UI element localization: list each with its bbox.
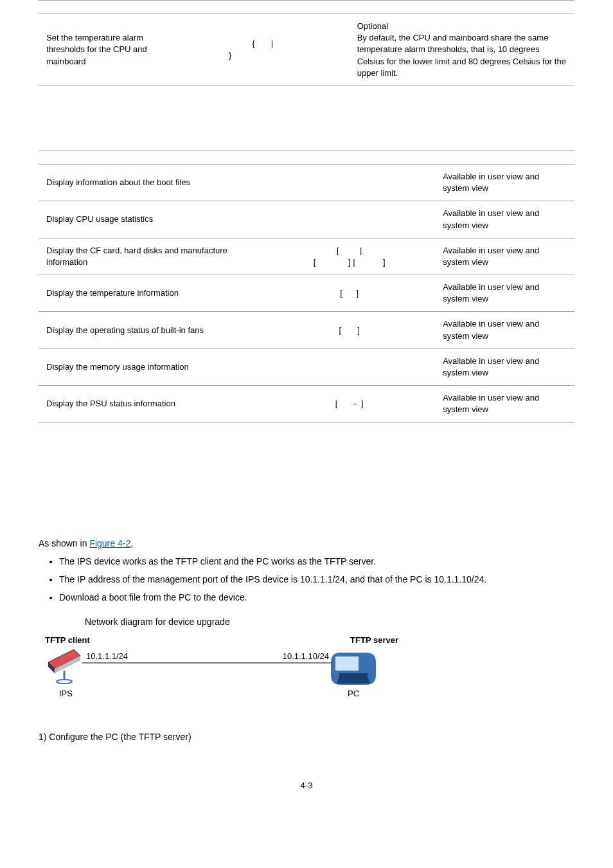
table-row: Display CPU usage statisticsAvailable in… xyxy=(39,201,574,238)
svg-rect-5 xyxy=(335,656,359,671)
t1-head-c xyxy=(350,1,574,14)
pc-icon xyxy=(331,653,376,685)
t2-cell-cmd xyxy=(263,164,435,201)
bullet-list: The IPS device works as the TFTP client … xyxy=(39,554,574,605)
t2-cell-remark: Available in user view and system view xyxy=(435,386,574,422)
table-row: Display the PSU status information[ - ]A… xyxy=(39,386,574,422)
list-item: Download a boot file from the PC to the … xyxy=(59,590,574,606)
diagram-svg: TFTP client TFTP server 10.1.1.1/24 IPS … xyxy=(39,633,424,704)
table-thresholds: Set the temperature alarm thresholds for… xyxy=(39,0,574,86)
t2-cell-remark: Available in user view and system view xyxy=(435,201,574,238)
network-diagram: TFTP client TFTP server 10.1.1.1/24 IPS … xyxy=(39,633,424,706)
table-row: Display the temperature information[ ]Av… xyxy=(39,275,574,312)
svg-point-4 xyxy=(57,680,72,683)
intro-after: , xyxy=(130,538,133,548)
ips-label: IPS xyxy=(59,689,73,698)
t2-cell-desc: Display the memory usage information xyxy=(39,348,263,385)
table-row: Display the operating status of built-in… xyxy=(39,312,574,348)
t2-cell-cmd xyxy=(263,348,435,385)
t2-head-b xyxy=(263,150,435,164)
t2-cell-remark: Available in user view and system view xyxy=(435,238,574,275)
t2-cell-remark: Available in user view and system view xyxy=(435,312,574,348)
list-item: The IP address of the management port of… xyxy=(59,572,574,588)
t2-head-c xyxy=(435,150,574,164)
ips-ip-label: 10.1.1.1/24 xyxy=(86,651,128,661)
table-row: Set the temperature alarm thresholds for… xyxy=(39,14,574,86)
t1-cell-cmd: { | } xyxy=(189,14,350,86)
t2-cell-desc: Display the PSU status information xyxy=(39,386,263,422)
table-row: Display the CF card, hard disks and manu… xyxy=(39,238,574,275)
t1-head-a xyxy=(39,1,189,14)
t2-head-a xyxy=(39,150,263,164)
table-row: Display the memory usage informationAvai… xyxy=(39,348,574,385)
tftp-server-title: TFTP server xyxy=(350,635,398,645)
figure-caption: Network diagram for device upgrade xyxy=(85,617,574,627)
t2-cell-remark: Available in user view and system view xyxy=(435,275,574,312)
t1-cell-desc: Set the temperature alarm thresholds for… xyxy=(39,14,189,86)
t2-cell-desc: Display the CF card, hard disks and manu… xyxy=(39,238,263,275)
svg-marker-7 xyxy=(337,676,370,683)
t2-cell-cmd: [ ] xyxy=(263,275,435,312)
t2-cell-desc: Display the temperature information xyxy=(39,275,263,312)
pc-ip-label: 10.1.1.10/24 xyxy=(283,651,329,661)
intro-line: As shown in Figure 4-2, xyxy=(39,536,574,550)
table-row: Display information about the boot files… xyxy=(39,164,574,201)
t2-cell-cmd xyxy=(263,201,435,238)
step-1: 1) Configure the PC (the TFTP server) xyxy=(39,732,574,742)
t1-cell-remark: OptionalBy default, the CPU and mainboar… xyxy=(350,14,574,86)
t2-cell-cmd: [ - ] xyxy=(263,386,435,422)
t1-head-b xyxy=(189,1,350,14)
t2-cell-desc: Display information about the boot files xyxy=(39,164,263,201)
t2-cell-cmd: [ ] xyxy=(263,312,435,348)
t2-cell-remark: Available in user view and system view xyxy=(435,164,574,201)
page-number: 4-3 xyxy=(39,781,574,790)
t2-cell-desc: Display CPU usage statistics xyxy=(39,201,263,238)
svg-rect-6 xyxy=(339,673,368,676)
t2-cell-desc: Display the operating status of built-in… xyxy=(39,312,263,348)
tftp-client-title: TFTP client xyxy=(45,635,90,645)
intro-text: As shown in xyxy=(39,538,89,548)
ips-device-icon xyxy=(48,649,80,683)
list-item: The IPS device works as the TFTP client … xyxy=(59,554,574,570)
table-display-commands: Display information about the boot files… xyxy=(39,150,574,423)
t2-cell-remark: Available in user view and system view xyxy=(435,348,574,385)
t2-cell-cmd: [ | [ ] | ] xyxy=(263,238,435,275)
pc-label: PC xyxy=(348,689,359,698)
figure-link[interactable]: Figure 4-2 xyxy=(89,538,130,548)
